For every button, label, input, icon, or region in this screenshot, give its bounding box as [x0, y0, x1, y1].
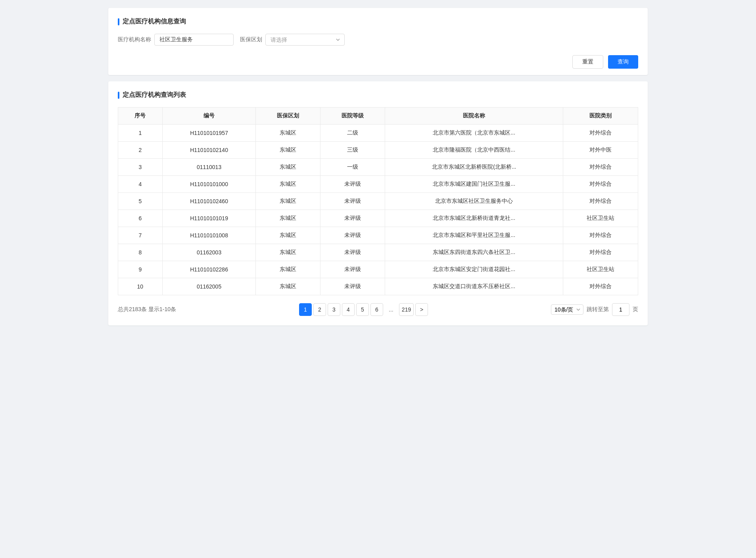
cell-name: 北京市东城区建国门社区卫生服... — [385, 176, 563, 193]
table-row: 1001162005东城区未评级东城区交道口街道东不压桥社区...对外综合 — [118, 278, 638, 295]
table-row: 2H11010102140东城区三级北京市隆福医院（北京中西医结...对外中医 — [118, 142, 638, 159]
cell-type: 对外综合 — [563, 176, 638, 193]
cell-level: 二级 — [320, 125, 385, 142]
page-btn-6[interactable]: 6 — [370, 303, 383, 316]
cell-level: 未评级 — [320, 210, 385, 227]
page-next-btn[interactable]: > — [415, 303, 428, 316]
page-btn-3[interactable]: 3 — [328, 303, 340, 316]
cell-name: 北京市东城区和平里社区卫生服... — [385, 227, 563, 244]
cell-code: H11010101000 — [162, 176, 256, 193]
cell-region: 东城区 — [256, 193, 320, 210]
cell-name: 北京市东城区北新桥街道青龙社... — [385, 210, 563, 227]
table-panel-title: 定点医疗机构查询列表 — [118, 91, 638, 99]
cell-seq: 1 — [118, 125, 163, 142]
cell-seq: 7 — [118, 227, 163, 244]
reset-button[interactable]: 重置 — [572, 55, 603, 69]
col-level: 医院等级 — [320, 108, 385, 125]
page-ellipsis: ... — [385, 303, 397, 316]
page-btn-219[interactable]: 219 — [399, 303, 414, 316]
cell-code: 01162005 — [162, 278, 256, 295]
table-row: 801162003东城区未评级东城区东四街道东四六条社区卫...对外综合 — [118, 244, 638, 261]
cell-seq: 6 — [118, 210, 163, 227]
cell-level: 未评级 — [320, 261, 385, 278]
col-region: 医保区划 — [256, 108, 320, 125]
cell-name: 北京市东城区社区卫生服务中心 — [385, 193, 563, 210]
cell-region: 东城区 — [256, 210, 320, 227]
query-button[interactable]: 查询 — [608, 55, 638, 69]
col-name: 医院名称 — [385, 108, 563, 125]
cell-type: 社区卫生站 — [563, 210, 638, 227]
cell-level: 未评级 — [320, 176, 385, 193]
cell-code: 01110013 — [162, 159, 256, 176]
page-btn-5[interactable]: 5 — [356, 303, 369, 316]
cell-code: H11010101019 — [162, 210, 256, 227]
region-select[interactable]: 请选择 东城区 西城区 朝阳区 海淀区 丰台区 — [265, 34, 345, 46]
cell-level: 未评级 — [320, 278, 385, 295]
cell-seq: 2 — [118, 142, 163, 159]
cell-type: 对外综合 — [563, 125, 638, 142]
cell-name: 北京市东城区安定门街道花园社... — [385, 261, 563, 278]
cell-name: 东城区东四街道东四六条社区卫... — [385, 244, 563, 261]
cell-code: H11010102286 — [162, 261, 256, 278]
page-btn-1[interactable]: 1 — [299, 303, 312, 316]
cell-region: 东城区 — [256, 261, 320, 278]
cell-name: 北京市隆福医院（北京中西医结... — [385, 142, 563, 159]
cell-level: 一级 — [320, 159, 385, 176]
cell-region: 东城区 — [256, 159, 320, 176]
pagination-controls: 1 2 3 4 5 6 ... 219 > — [299, 303, 428, 316]
goto-label: 跳转至第 — [587, 306, 609, 313]
cell-seq: 8 — [118, 244, 163, 261]
table-row: 5H11010102460东城区未评级北京市东城区社区卫生服务中心对外综合 — [118, 193, 638, 210]
cell-level: 未评级 — [320, 193, 385, 210]
name-field-group: 医疗机构名称 — [118, 34, 234, 46]
table-row: 7H11010101008东城区未评级北京市东城区和平里社区卫生服...对外综合 — [118, 227, 638, 244]
table-wrapper: 序号 编号 医保区划 医院等级 医院名称 医院类别 1H11010101957东… — [118, 107, 638, 295]
cell-code: H11010101008 — [162, 227, 256, 244]
goto-page-label: 页 — [633, 306, 638, 313]
name-label: 医疗机构名称 — [118, 36, 151, 43]
cell-name: 东城区交道口街道东不压桥社区... — [385, 278, 563, 295]
cell-type: 对外综合 — [563, 227, 638, 244]
cell-type: 对外综合 — [563, 159, 638, 176]
col-type: 医院类别 — [563, 108, 638, 125]
cell-seq: 3 — [118, 159, 163, 176]
table-row: 9H11010102286东城区未评级北京市东城区安定门街道花园社...社区卫生… — [118, 261, 638, 278]
pagination-info: 总共2183条 显示1-10条 — [118, 306, 176, 313]
table-row: 4H11010101000东城区未评级北京市东城区建国门社区卫生服...对外综合 — [118, 176, 638, 193]
region-field-group: 医保区划 请选择 东城区 西城区 朝阳区 海淀区 丰台区 — [240, 34, 345, 46]
table-row: 301110013东城区一级北京市东城区北新桥医院(北新桥...对外综合 — [118, 159, 638, 176]
cell-seq: 5 — [118, 193, 163, 210]
cell-name: 北京市东城区北新桥医院(北新桥... — [385, 159, 563, 176]
result-table: 序号 编号 医保区划 医院等级 医院名称 医院类别 1H11010101957东… — [118, 107, 638, 295]
cell-type: 对外中医 — [563, 142, 638, 159]
cell-seq: 4 — [118, 176, 163, 193]
table-header-row: 序号 编号 医保区划 医院等级 医院名称 医院类别 — [118, 108, 638, 125]
cell-type: 对外综合 — [563, 278, 638, 295]
cell-code: 01162003 — [162, 244, 256, 261]
cell-code: H11010102140 — [162, 142, 256, 159]
cell-seq: 10 — [118, 278, 163, 295]
pagination-right: 10条/页 20条/页 50条/页 跳转至第 页 — [551, 303, 638, 316]
col-seq: 序号 — [118, 108, 163, 125]
page-size-select[interactable]: 10条/页 20条/页 50条/页 — [551, 304, 583, 315]
cell-region: 东城区 — [256, 142, 320, 159]
page-btn-4[interactable]: 4 — [342, 303, 355, 316]
col-code: 编号 — [162, 108, 256, 125]
cell-name: 北京市第六医院（北京市东城区... — [385, 125, 563, 142]
cell-region: 东城区 — [256, 244, 320, 261]
cell-region: 东城区 — [256, 176, 320, 193]
search-panel-title: 定点医疗机构信息查询 — [118, 17, 638, 26]
table-row: 6H11010101019东城区未评级北京市东城区北新桥街道青龙社...社区卫生… — [118, 210, 638, 227]
cell-level: 未评级 — [320, 244, 385, 261]
search-panel: 定点医疗机构信息查询 医疗机构名称 医保区划 请选择 东城区 西城区 朝阳区 海… — [108, 8, 648, 75]
name-input[interactable] — [154, 34, 234, 46]
goto-input[interactable] — [612, 303, 629, 316]
cell-code: H11010101957 — [162, 125, 256, 142]
region-label: 医保区划 — [240, 36, 262, 43]
search-actions: 重置 查询 — [118, 52, 638, 69]
page-btn-2[interactable]: 2 — [313, 303, 326, 316]
cell-level: 未评级 — [320, 227, 385, 244]
cell-level: 三级 — [320, 142, 385, 159]
cell-region: 东城区 — [256, 278, 320, 295]
cell-type: 对外综合 — [563, 193, 638, 210]
